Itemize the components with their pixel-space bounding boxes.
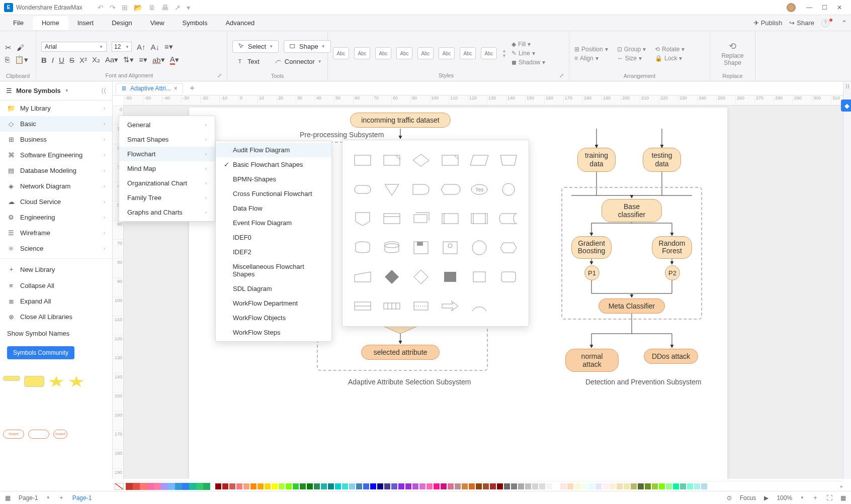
share-button[interactable]: ↪Share: [789, 19, 814, 27]
color-swatch[interactable]: [140, 483, 147, 490]
menu-advanced[interactable]: Advanced: [216, 16, 264, 30]
color-swatch[interactable]: [147, 483, 154, 490]
line-spacing-icon[interactable]: ⇅▾: [123, 55, 134, 64]
color-swatch[interactable]: [659, 483, 665, 489]
connector-tool[interactable]: Connector▼: [270, 56, 327, 67]
color-swatch[interactable]: [595, 483, 602, 489]
sample-pill[interactable]: Insert: [53, 430, 67, 439]
shape-card[interactable]: [381, 149, 403, 171]
color-swatch[interactable]: [293, 483, 299, 489]
shape-storeddata[interactable]: [497, 208, 520, 230]
sidebar-item-cloud-service[interactable]: ☁Cloud Service›: [0, 194, 112, 210]
highlight-icon[interactable]: ab▾: [152, 55, 165, 64]
color-swatch[interactable]: [441, 483, 447, 489]
collapse-ribbon-button[interactable]: ⌃: [841, 19, 847, 27]
align-dropdown-icon[interactable]: ≡▾: [164, 42, 173, 51]
shape-process-outline[interactable]: [468, 266, 490, 288]
minimize-button[interactable]: —: [802, 4, 817, 11]
menu-symbols[interactable]: Symbols: [174, 16, 217, 30]
style-preset-8[interactable]: Abc: [481, 47, 497, 59]
shape-disk-icon[interactable]: [410, 237, 432, 259]
color-swatch[interactable]: [154, 483, 161, 490]
color-swatch[interactable]: [126, 483, 133, 490]
select-tool[interactable]: Select▼: [232, 40, 279, 53]
node-ddos[interactable]: DDos attack: [644, 349, 698, 364]
font-color-icon[interactable]: A▾: [170, 55, 179, 65]
color-swatch[interactable]: [279, 483, 285, 489]
shape-arrow[interactable]: [439, 295, 461, 317]
style-preset-3[interactable]: Abc: [375, 47, 391, 59]
color-swatch[interactable]: [377, 483, 383, 489]
color-swatch[interactable]: [469, 483, 475, 489]
submenu-item-organizational-chart[interactable]: Organizational Chart›: [119, 176, 215, 190]
color-swatch[interactable]: [476, 483, 482, 489]
shape-seqdata[interactable]: [468, 237, 490, 259]
symbols-community-button[interactable]: Symbols Community: [7, 346, 74, 359]
shape-predefined[interactable]: [439, 208, 461, 230]
color-swatch[interactable]: [631, 483, 637, 489]
color-swatch[interactable]: [504, 483, 510, 489]
sidebar-item-software-engineering[interactable]: ⌘Software Engineering›: [0, 147, 112, 163]
color-swatch[interactable]: [356, 483, 362, 489]
layout-icon[interactable]: ▦: [840, 494, 846, 501]
close-button[interactable]: ✕: [832, 4, 847, 11]
menu-file[interactable]: File: [4, 16, 33, 30]
color-swatch[interactable]: [567, 483, 573, 489]
color-swatch[interactable]: [243, 483, 249, 489]
replace-shape-button[interactable]: ⟲ Replace Shape: [715, 38, 750, 69]
shape-subroutine[interactable]: [468, 208, 490, 230]
color-swatch[interactable]: [370, 483, 376, 489]
bullets-icon[interactable]: ≡▾: [139, 55, 147, 64]
color-swatch[interactable]: [335, 483, 341, 489]
color-swatch[interactable]: [300, 483, 306, 489]
shape-decision[interactable]: [410, 149, 432, 171]
shape-internal[interactable]: [381, 208, 403, 230]
submenu-item-workflow-department[interactable]: WorkFlow Department: [216, 296, 331, 311]
subscript-icon[interactable]: X₂: [92, 55, 100, 64]
collapse-all-item[interactable]: ≡Collapse All: [0, 278, 112, 293]
color-swatch[interactable]: [398, 483, 404, 489]
format-panel-icon[interactable]: ◆: [841, 99, 851, 112]
close-all-item[interactable]: ⊗Close All Libraries: [0, 309, 112, 325]
undo-icon[interactable]: ↶: [98, 4, 104, 12]
font-select[interactable]: Arial▼: [41, 42, 107, 52]
sidebar-item-my-library[interactable]: 📁My Library›: [0, 100, 112, 116]
color-swatch[interactable]: [349, 483, 355, 489]
color-swatch[interactable]: [405, 483, 411, 489]
shape-internal2[interactable]: [352, 295, 374, 317]
document-tab[interactable]: 🗎Adaptive Attri...×: [116, 83, 183, 93]
color-swatch[interactable]: [490, 483, 496, 489]
page-panel-icon[interactable]: ▦: [5, 494, 11, 501]
node-base-classifier[interactable]: Base classifier: [602, 199, 662, 222]
submenu-item-general[interactable]: General›: [119, 118, 215, 132]
shape-data[interactable]: [468, 149, 490, 171]
color-swatch[interactable]: [286, 483, 292, 489]
color-swatch[interactable]: [546, 483, 552, 489]
submenu-item-data-flow[interactable]: Data Flow: [216, 201, 331, 216]
cut-icon[interactable]: ✂: [5, 43, 12, 52]
styles-scroll-down[interactable]: ▼: [502, 53, 506, 58]
sample-pill[interactable]: Insert: [3, 430, 24, 439]
color-swatch[interactable]: [342, 483, 348, 489]
italic-icon[interactable]: I: [52, 56, 54, 64]
color-swatch[interactable]: [638, 483, 644, 489]
fullscreen-icon[interactable]: ⛶: [826, 494, 832, 501]
style-preset-7[interactable]: Abc: [460, 47, 476, 59]
export-icon[interactable]: ↗: [175, 4, 181, 12]
shape-indicator[interactable]: [439, 149, 461, 171]
menu-view[interactable]: View: [141, 16, 174, 30]
color-swatch[interactable]: [455, 483, 461, 489]
color-swatch[interactable]: [624, 483, 630, 489]
submenu-item-smart-shapes[interactable]: Smart Shapes›: [119, 132, 215, 147]
user-avatar[interactable]: [787, 3, 796, 12]
node-random[interactable]: Random Forest: [652, 236, 692, 259]
submenu-item-cross-functional-flowchart[interactable]: Cross Functional Flowchart: [216, 186, 331, 201]
sidebar-item-basic[interactable]: ◇Basic›: [0, 116, 112, 132]
sidebar-item-science[interactable]: ⚛Science›: [0, 241, 112, 256]
styles-scroll-up[interactable]: ▲: [502, 48, 506, 53]
color-swatch[interactable]: [610, 483, 616, 489]
node-p2[interactable]: P2: [665, 265, 680, 280]
style-preset-2[interactable]: Abc: [354, 47, 370, 59]
shape-sort-filled[interactable]: [381, 266, 403, 288]
print-icon[interactable]: 🖶: [161, 4, 168, 12]
